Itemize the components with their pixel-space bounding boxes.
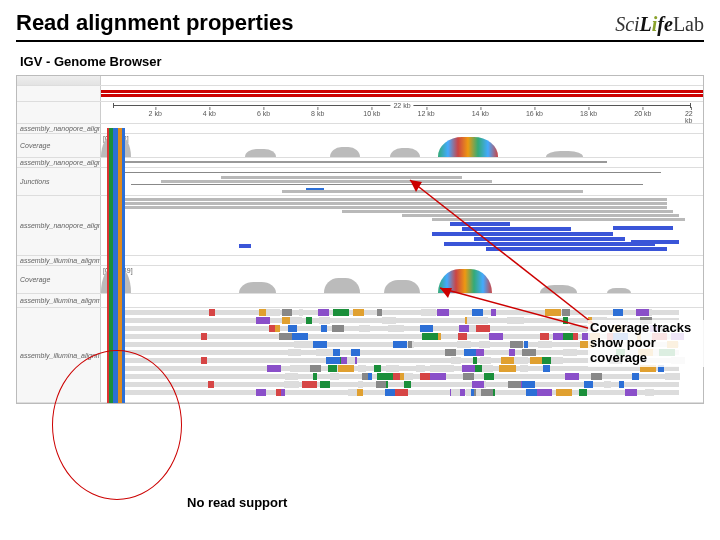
annotation-circle — [52, 350, 182, 500]
read-mismatch-block — [524, 341, 528, 348]
refseq-line — [101, 94, 703, 97]
logo-sci: Sci — [615, 13, 639, 36]
read-mismatch-block — [267, 365, 281, 372]
read-mismatch-block — [508, 381, 521, 388]
read-mismatch-block — [499, 365, 516, 372]
read-mismatch-block — [645, 389, 654, 396]
read-mismatch-block — [376, 381, 386, 388]
track-refseq[interactable] — [17, 86, 703, 102]
read-mismatch-block — [290, 365, 306, 372]
read-mismatch-block — [451, 389, 460, 396]
read-mismatch-block — [538, 341, 552, 348]
annotation-no-read: No read support — [185, 495, 289, 512]
track-label — [17, 86, 101, 101]
read-mismatch-block — [281, 389, 285, 396]
igv-toolbar[interactable] — [17, 76, 703, 86]
track-nanopore-header[interactable]: assembly_nanopore_alignment.b — [17, 124, 703, 134]
read-mismatch-block — [473, 357, 478, 364]
logo-lab: Lab — [673, 13, 704, 36]
read-mismatch-block — [306, 317, 312, 324]
read-mismatch-block — [556, 389, 572, 396]
read-mismatch-block — [632, 373, 639, 380]
read-mismatch-block — [292, 333, 309, 340]
track-label: assembly_nanopore_alignment.b — [17, 158, 101, 167]
read-mismatch-block — [408, 341, 412, 348]
svg-marker-1 — [410, 180, 422, 192]
subtitle: IGV - Genome Browser — [20, 54, 704, 69]
read-mismatch-block — [520, 365, 528, 372]
read-mismatch-block — [482, 365, 493, 372]
read-mismatch-block — [551, 357, 563, 364]
read-mismatch-block — [522, 381, 535, 388]
track-label: Coverage — [17, 266, 101, 293]
read-mismatch-block — [201, 333, 207, 340]
ruler-span-label: 22 kb — [390, 102, 413, 109]
read-mismatch-block — [510, 341, 523, 348]
read-mismatch-block — [484, 373, 493, 380]
read-mismatch-block — [591, 373, 602, 380]
read-mismatch-block — [275, 325, 280, 332]
read-mismatch-block — [358, 381, 363, 388]
read-mismatch-block — [404, 381, 410, 388]
read-mismatch-block — [475, 349, 484, 356]
read-mismatch-block — [430, 373, 446, 380]
brand-logo: SciLifeLab — [615, 13, 704, 36]
read-mismatch-block — [613, 309, 623, 316]
read-mismatch-block — [665, 373, 680, 380]
track-label: assembly_nanopore_alignment.b — [17, 196, 101, 255]
read-mismatch-block — [288, 349, 300, 356]
read-segment — [113, 382, 679, 387]
track-label: assembly_illumina_alignment.bam — [17, 256, 101, 265]
read-mismatch-block — [537, 389, 552, 396]
read-mismatch-block — [330, 373, 339, 380]
read-mismatch-block — [256, 389, 266, 396]
read-mismatch-block — [404, 373, 413, 380]
read-mismatch-block — [445, 349, 456, 356]
read-mismatch-block — [266, 309, 280, 316]
track-nanopore-coverage[interactable]: Coverage [0 - 472] — [17, 134, 703, 158]
read-mismatch-block — [584, 381, 593, 388]
track-label: assembly_nanopore_alignment.b — [17, 124, 101, 133]
read-mismatch-block — [486, 389, 493, 396]
read-mismatch-block — [201, 357, 207, 364]
read-mismatch-block — [338, 365, 354, 372]
read-mismatch-block — [358, 365, 366, 372]
read-mismatch-block — [313, 341, 328, 348]
read-mismatch-block — [563, 349, 576, 356]
read-mismatch-block — [286, 381, 291, 388]
read-mismatch-block — [395, 389, 408, 396]
read-mismatch-block — [319, 317, 330, 324]
read-mismatch-block — [466, 389, 471, 396]
read-mismatch-block — [437, 365, 454, 372]
read-mismatch-block — [313, 373, 317, 380]
read-mismatch-block — [420, 373, 430, 380]
read-mismatch-block — [299, 309, 303, 316]
read-mismatch-block — [604, 381, 612, 388]
read-mismatch-block — [472, 381, 484, 388]
page-title: Read alignment properties — [16, 10, 294, 36]
read-mismatch-block — [324, 309, 329, 316]
read-mismatch-block — [282, 317, 289, 324]
read-mismatch-block — [462, 365, 476, 372]
read-mismatch-block — [393, 341, 408, 348]
read-mismatch-block — [463, 373, 475, 380]
read-mismatch-block — [377, 373, 393, 380]
read-mismatch-block — [328, 365, 337, 372]
read-mismatch-block — [290, 317, 302, 324]
track-nanopore-alignment[interactable]: assembly_nanopore_alignment.b — [17, 158, 703, 168]
read-mismatch-block — [256, 317, 270, 324]
read-mismatch-block — [509, 349, 514, 356]
read-mismatch-block — [480, 357, 491, 364]
read-mismatch-block — [351, 349, 360, 356]
read-mismatch-block — [430, 365, 439, 372]
read-mismatch-block — [522, 349, 536, 356]
genomic-ruler[interactable]: 22 kb 2 kb 4 kb 6 kb 8 kb 10 kb 12 kb 14… — [17, 102, 703, 124]
read-mismatch-block — [362, 373, 369, 380]
read-mismatch-block — [285, 373, 298, 380]
read-mismatch-block — [332, 349, 339, 356]
read-mismatch-block — [451, 357, 460, 364]
header-divider — [16, 40, 704, 42]
svg-line-2 — [440, 288, 595, 330]
read-mismatch-block — [347, 357, 355, 364]
ruler-ticks: 2 kb 4 kb 6 kb 8 kb 10 kb 12 kb 14 kb 16… — [101, 110, 703, 124]
